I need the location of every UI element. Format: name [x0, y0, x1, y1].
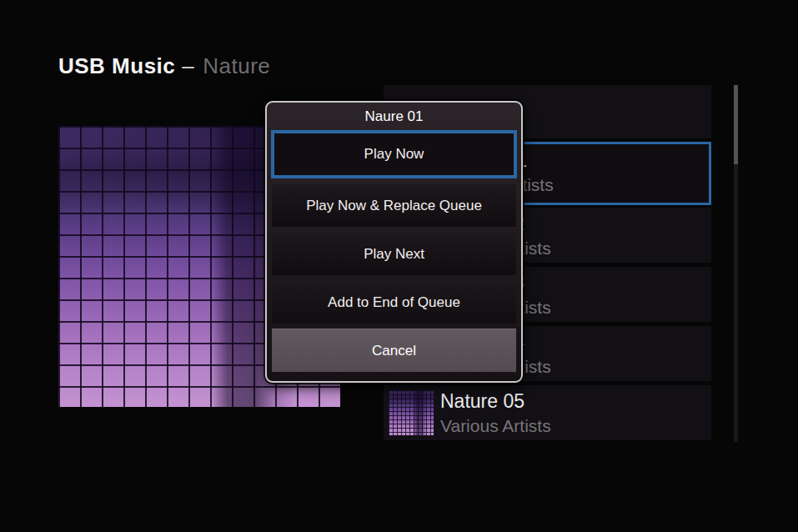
page-title-separator: –: [182, 53, 194, 78]
page-title-source: USB Music: [58, 53, 175, 78]
page-title: USB Music–Nature: [58, 53, 270, 79]
play-now-replace-queue-button[interactable]: Play Now & Replace Queue: [272, 183, 516, 227]
track-options-dialog: Naure 01 Play Now Play Now & Replace Que…: [265, 101, 523, 383]
page-title-folder: Nature: [203, 53, 270, 78]
list-scrollbar-thumb[interactable]: [734, 85, 738, 164]
dialog-title: Naure 01: [272, 103, 516, 130]
track-thumbnail: [389, 390, 434, 435]
add-to-end-of-queue-button[interactable]: Add to End of Queue: [272, 280, 516, 324]
track-artist: Various Artists: [440, 414, 706, 438]
play-now-button[interactable]: Play Now: [274, 133, 514, 175]
list-row-track-5[interactable]: Nature 05 Various Artists: [384, 385, 711, 440]
list-scrollbar-track[interactable]: [734, 85, 738, 442]
focused-option-ring: Play Now: [271, 130, 517, 178]
cancel-button[interactable]: Cancel: [272, 329, 516, 372]
play-next-button[interactable]: Play Next: [272, 232, 516, 275]
track-title: Nature 05: [440, 389, 706, 414]
